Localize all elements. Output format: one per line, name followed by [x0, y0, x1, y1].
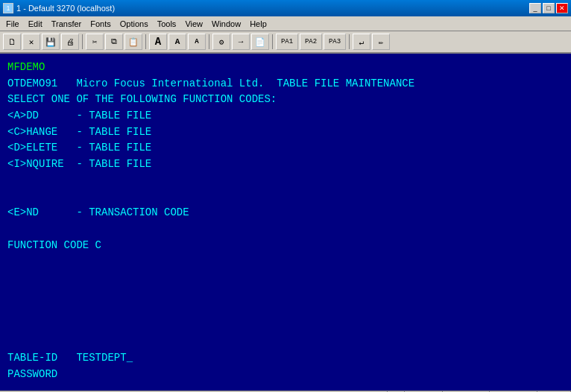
title-bar-left: 1 1 - Default 3270 (localhost) [3, 3, 115, 13]
terminal-line-8: <D>ELETE - TABLE FILE [7, 140, 564, 157]
print-button[interactable]: 🖨 [61, 34, 79, 50]
menu-window[interactable]: Window [207, 19, 245, 29]
window-title: 1 - Default 3270 (localhost) [16, 4, 115, 13]
menu-edit[interactable]: Edit [24, 19, 47, 29]
terminal-line-14: FUNCTION CODE C [7, 238, 564, 254]
menu-file[interactable]: File [1, 19, 24, 29]
terminal-line-17 [7, 286, 564, 303]
close-session-button[interactable]: ✕ [22, 34, 40, 50]
maximize-button[interactable]: □ [543, 3, 555, 13]
menu-fonts[interactable]: Fonts [86, 19, 116, 29]
copy-button[interactable]: ⧉ [105, 34, 123, 50]
menu-view[interactable]: View [180, 19, 207, 29]
font-large-button[interactable]: A [149, 34, 167, 50]
terminal-line-22: PASSWORD [7, 367, 564, 383]
window-controls[interactable]: _ □ ✕ [529, 3, 568, 13]
menu-options[interactable]: Options [116, 19, 153, 29]
pa1-button[interactable]: PA1 [276, 34, 298, 50]
paste-button[interactable]: 📋 [124, 34, 142, 50]
menu-tools[interactable]: Tools [153, 19, 181, 29]
close-button[interactable]: ✕ [556, 3, 568, 13]
terminal-line-1: MFDEMO [7, 60, 564, 76]
arrow-button[interactable]: → [232, 34, 250, 50]
terminal-line-4: SELECT ONE OF THE FOLLOWING FUNCTION COD… [7, 92, 564, 108]
title-bar: 1 1 - Default 3270 (localhost) _ □ ✕ [0, 0, 571, 16]
cut-button[interactable]: ✂ [86, 34, 104, 50]
terminal-line-21: TABLE-ID TESTDEPT_ [7, 350, 564, 367]
terminal-line-6: <A>DD - TABLE FILE [7, 108, 564, 124]
menu-bar: File Edit Transfer Fonts Options Tools V… [0, 16, 571, 31]
terminal-line-7: <C>HANGE - TABLE FILE [7, 124, 564, 141]
menu-transfer[interactable]: Transfer [47, 19, 86, 29]
terminal-screen[interactable]: MFDEMO OTDEMO91 Micro Focus Internationa… [0, 54, 571, 391]
app-icon: 1 [3, 3, 13, 13]
menu-help[interactable]: Help [245, 19, 271, 29]
terminal-line-11 [7, 189, 564, 206]
toolbar: 🗋 ✕ 💾 🖨 ✂ ⧉ 📋 A A A ⚙ → 📄 PA1 PA2 PA3 ↵ … [0, 31, 571, 54]
terminal-line-12: <E>ND - TRANSACTION CODE [7, 205, 564, 221]
terminal-line-13 [7, 221, 564, 238]
save-button[interactable]: 💾 [42, 34, 60, 50]
terminal-line-16 [7, 270, 564, 286]
clipboard-button[interactable]: 📄 [251, 34, 269, 50]
enter-button[interactable]: ↵ [353, 34, 370, 50]
new-button[interactable]: 🗋 [3, 34, 21, 50]
minimize-button[interactable]: _ [529, 3, 541, 13]
pencil-button[interactable]: ✏ [372, 34, 390, 50]
font-small-button[interactable]: A [188, 34, 206, 50]
terminal-line-20 [7, 335, 564, 351]
pa3-button[interactable]: PA3 [324, 34, 346, 50]
terminal-line-18 [7, 302, 564, 318]
terminal-line-15 [7, 253, 564, 270]
font-medium-button[interactable]: A [168, 34, 186, 50]
pa2-button[interactable]: PA2 [300, 34, 322, 50]
terminal-line-19 [7, 318, 564, 335]
terminal-line-9: <I>NQUIRE - TABLE FILE [7, 157, 564, 173]
terminal-line-2: OTDEMO91 Micro Focus International Ltd. … [7, 76, 564, 92]
terminal-line-10 [7, 173, 564, 189]
tools-button[interactable]: ⚙ [212, 34, 230, 50]
